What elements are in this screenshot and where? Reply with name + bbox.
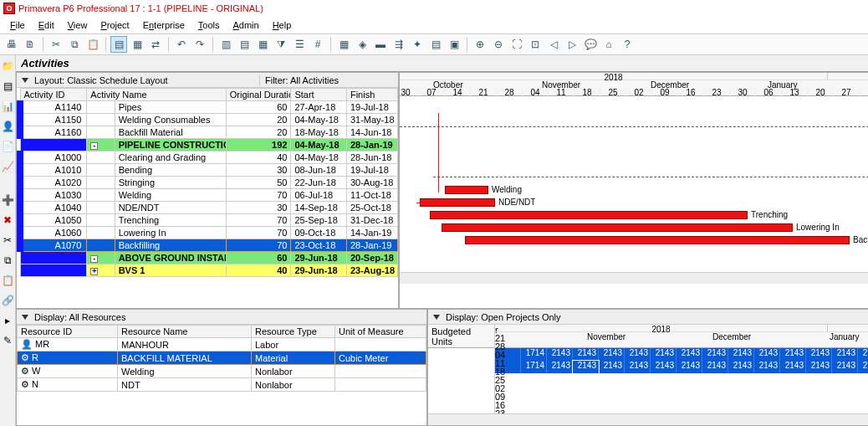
expand-icon[interactable]: ⛶: [508, 36, 525, 53]
trace-icon[interactable]: ⇶: [391, 36, 407, 53]
activity-row[interactable]: -ABOVE GROUND INSTALLATIONS6029-Jun-1820…: [20, 252, 398, 264]
activity-row[interactable]: +BVS 14029-Jun-1823-Aug-18: [20, 264, 398, 277]
lb-delete-icon[interactable]: ✖: [0, 213, 15, 228]
preview-icon[interactable]: 🗎: [22, 36, 38, 53]
lb-assign-icon[interactable]: 🔗: [0, 293, 15, 308]
col-res-name[interactable]: Resource Name: [118, 326, 252, 338]
redo-icon[interactable]: ↷: [191, 36, 208, 53]
wbs-icon[interactable]: ⇄: [147, 36, 164, 53]
activity-table[interactable]: Activity ID Activity Name Original Durat…: [17, 88, 398, 277]
lb-cut-icon[interactable]: ✂: [0, 233, 15, 248]
lb-copy-icon[interactable]: ⧉: [0, 253, 15, 268]
activity-row[interactable]: A1030Welding7006-Jul-1811-Oct-18: [20, 189, 398, 202]
schedule-icon[interactable]: ▤: [110, 36, 127, 53]
col-res-type[interactable]: Resource Type: [252, 326, 335, 338]
lb-projects-icon[interactable]: 📁: [0, 59, 15, 74]
print-icon[interactable]: 🖶: [3, 36, 20, 53]
lb-reports-icon[interactable]: 📄: [0, 139, 15, 154]
activity-row[interactable]: A1150Welding Consumables2004-May-1831-Ma…: [20, 114, 398, 126]
network-icon[interactable]: ◈: [354, 36, 370, 53]
menu-enterprise[interactable]: Enterprise: [138, 18, 190, 32]
gantt-pane[interactable]: 2018 2019 October November December Janu…: [399, 72, 868, 309]
budgeted-row[interactable]: 1714214321432143214321432143214321432143…: [495, 348, 868, 361]
col-activity-id[interactable]: Activity ID: [20, 89, 87, 101]
undo-icon[interactable]: ↶: [173, 36, 190, 53]
budgeted-grid[interactable]: 1714214321432143214321432143214321432143…: [495, 348, 868, 373]
lb-paste-icon[interactable]: 📋: [0, 273, 15, 288]
help-icon[interactable]: ?: [619, 36, 636, 53]
menu-file[interactable]: File: [5, 18, 30, 32]
hash-icon[interactable]: #: [309, 36, 326, 53]
home-icon[interactable]: ⌂: [600, 36, 617, 53]
group-icon[interactable]: ☰: [291, 36, 308, 53]
display-resources[interactable]: Display: All Resources: [17, 312, 130, 322]
bars-icon[interactable]: ▤: [236, 36, 253, 53]
spreadsheet-icon[interactable]: ▦: [335, 36, 352, 53]
level-icon[interactable]: ▦: [129, 36, 146, 53]
menu-project[interactable]: Project: [95, 18, 134, 32]
menu-tools[interactable]: Tools: [193, 18, 225, 32]
zoom-in-icon[interactable]: ⊕: [472, 36, 488, 53]
copy-icon[interactable]: ⧉: [66, 36, 83, 53]
next-icon[interactable]: ▷: [564, 36, 580, 53]
activity-row[interactable]: A1010Bending3008-Jun-1819-Jul-18: [20, 164, 398, 177]
columns-icon[interactable]: ▥: [217, 36, 234, 53]
zoom-out-icon[interactable]: ⊖: [490, 36, 507, 53]
lb-tracking-icon[interactable]: 📈: [0, 159, 15, 174]
activity-row[interactable]: A1060Lowering In7009-Oct-1814-Jan-19: [20, 227, 398, 239]
prev-icon[interactable]: ◁: [545, 36, 562, 53]
gantt-bar[interactable]: [442, 223, 793, 232]
col-finish[interactable]: Finish: [346, 89, 397, 101]
resource-row[interactable]: ⚙ RBACKFILL MATERIALMaterialCubic Meter: [18, 352, 426, 365]
activity-row[interactable]: A1160Backfill Material2018-May-1814-Jun-…: [20, 126, 398, 139]
col-res-uom[interactable]: Unit of Measure: [335, 326, 426, 338]
lb-resources-icon[interactable]: 👤: [0, 119, 15, 134]
budgeted-row[interactable]: 1714214321432143214321432143214321432143…: [495, 361, 868, 373]
lb-add-icon[interactable]: ➕: [0, 192, 15, 208]
gantt-body[interactable]: Welding NDE/NDT Trenching Lowering In Ba…: [400, 96, 868, 272]
collapse-icon[interactable]: ⊡: [527, 36, 544, 53]
chat-icon[interactable]: 💬: [582, 36, 599, 53]
report-icon[interactable]: ▤: [427, 36, 444, 53]
paste-icon[interactable]: 📋: [84, 36, 101, 53]
resource-table[interactable]: Resource ID Resource Name Resource Type …: [17, 325, 426, 392]
display-projects[interactable]: Display: Open Projects Only: [428, 312, 566, 322]
progress-icon[interactable]: ✦: [409, 36, 426, 53]
cut-icon[interactable]: ✂: [48, 36, 64, 53]
menu-admin[interactable]: Admin: [227, 18, 263, 32]
lb-wbs-icon[interactable]: ▤: [0, 79, 15, 94]
gantt-bar[interactable]: [465, 236, 850, 244]
layout-selector[interactable]: Layout: Classic Schedule Layout: [17, 75, 259, 85]
activity-row[interactable]: A1040NDE/NDT3014-Sep-1825-Oct-18: [20, 202, 398, 214]
lb-steps-icon[interactable]: ▸: [0, 313, 15, 328]
activity-row[interactable]: A1140Pipes6027-Apr-1819-Jul-18: [20, 101, 398, 114]
activity-row[interactable]: A1070Backfilling7023-Oct-1828-Jan-19: [20, 239, 398, 252]
budgeted-timescale[interactable]: 2018 2019 November December Januaryr2128…: [495, 325, 868, 348]
col-start[interactable]: Start: [291, 89, 347, 101]
layout-icon[interactable]: ▣: [446, 36, 462, 53]
filter-icon[interactable]: ⧩: [273, 36, 289, 53]
budgeted-scroll[interactable]: [428, 413, 868, 425]
col-duration[interactable]: Original Duration: [226, 89, 291, 101]
lb-notebook-icon[interactable]: ✎: [0, 333, 15, 348]
activity-row[interactable]: A1020Stringing5022-Jun-1830-Aug-18: [20, 177, 398, 189]
resource-row[interactable]: 👤 MRMANHOURLabor: [18, 338, 426, 352]
lb-activities-icon[interactable]: 📊: [0, 99, 15, 114]
gantt-bar[interactable]: [445, 186, 488, 194]
activity-row[interactable]: A1000Clearing and Grading4004-May-1828-J…: [20, 151, 398, 164]
gantt-bar[interactable]: [420, 198, 495, 207]
gantt-icon[interactable]: ▬: [372, 36, 389, 53]
gantt-bar[interactable]: [430, 211, 748, 219]
col-res-id[interactable]: Resource ID: [18, 326, 118, 338]
activity-row[interactable]: A1050Trenching7025-Sep-1831-Dec-18: [20, 214, 398, 227]
menu-help[interactable]: Help: [268, 18, 297, 32]
gantt-timescale[interactable]: 2018 2019 October November December Janu…: [400, 73, 868, 96]
menu-view[interactable]: View: [63, 18, 93, 32]
resource-row[interactable]: ⚙ WWeldingNonlabor: [18, 365, 426, 378]
menu-edit[interactable]: Edit: [33, 18, 59, 32]
col-activity-name[interactable]: Activity Name: [87, 89, 226, 101]
gantt-scroll[interactable]: [400, 272, 868, 284]
resource-row[interactable]: ⚙ NNDTNonlabor: [18, 378, 426, 392]
filter-label[interactable]: Filter: All Activities: [259, 75, 344, 85]
activity-row[interactable]: -PIPELINE CONSTRUCTION19204-May-1828-Jan…: [20, 139, 398, 151]
